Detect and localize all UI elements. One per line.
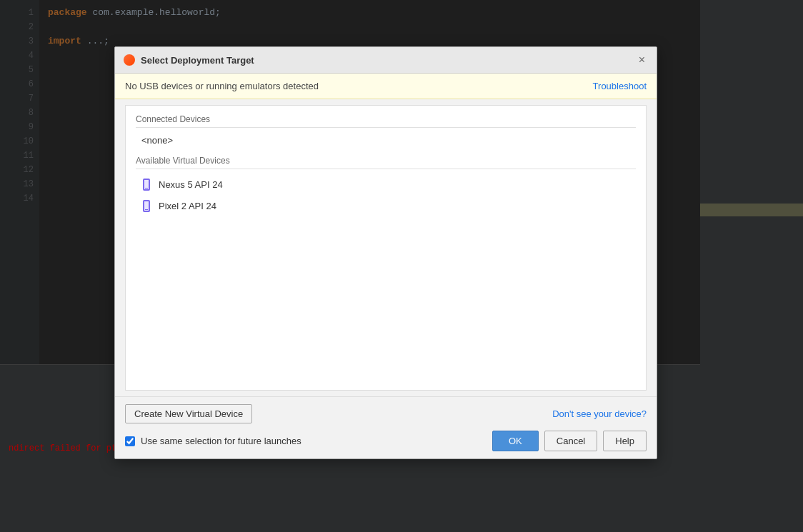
cancel-button[interactable]: Cancel	[544, 431, 597, 451]
dont-see-device-link[interactable]: Don't see your device?	[552, 408, 647, 419]
future-launches-label[interactable]: Use same selection for future launches	[141, 436, 301, 446]
device-nexus5-label: Nexus 5 API 24	[159, 179, 223, 190]
future-launches-checkbox[interactable]	[125, 436, 135, 446]
create-virtual-device-button[interactable]: Create New Virtual Device	[125, 404, 252, 423]
close-button[interactable]: ×	[636, 53, 648, 67]
device-pixel2[interactable]: Pixel 2 API 24	[136, 195, 636, 216]
troubleshoot-link[interactable]: Troubleshoot	[593, 81, 647, 91]
android-icon	[124, 54, 135, 66]
action-buttons: OK Cancel Help	[492, 431, 647, 451]
available-virtual-devices-header: Available Virtual Devices	[136, 156, 636, 169]
device-list-area: Connected Devices <none> Available Virtu…	[125, 105, 647, 391]
dialog-titlebar: Select Deployment Target ×	[115, 47, 657, 74]
device-nexus5[interactable]: Nexus 5 API 24	[136, 174, 636, 195]
dialog-title: Select Deployment Target	[141, 55, 636, 66]
none-entry: <none>	[136, 132, 636, 149]
checkbox-row: Use same selection for future launches	[125, 436, 301, 446]
help-button[interactable]: Help	[603, 431, 647, 451]
dialog: Select Deployment Target × No USB device…	[114, 46, 657, 459]
warning-banner: No USB devices or running emulators dete…	[115, 74, 657, 99]
device-pixel2-label: Pixel 2 API 24	[159, 201, 216, 211]
dialog-footer: Create New Virtual Device Don't see your…	[115, 396, 657, 458]
ok-button[interactable]: OK	[492, 431, 539, 451]
connected-devices-header: Connected Devices	[136, 114, 636, 128]
phone-icon-pixel2	[141, 199, 151, 213]
footer-bottom: Use same selection for future launches O…	[125, 431, 647, 451]
warning-text: No USB devices or running emulators dete…	[125, 81, 319, 91]
phone-icon-nexus5	[141, 177, 151, 191]
footer-top: Create New Virtual Device Don't see your…	[125, 404, 647, 423]
modal-overlay: Select Deployment Target × No USB device…	[0, 0, 803, 532]
